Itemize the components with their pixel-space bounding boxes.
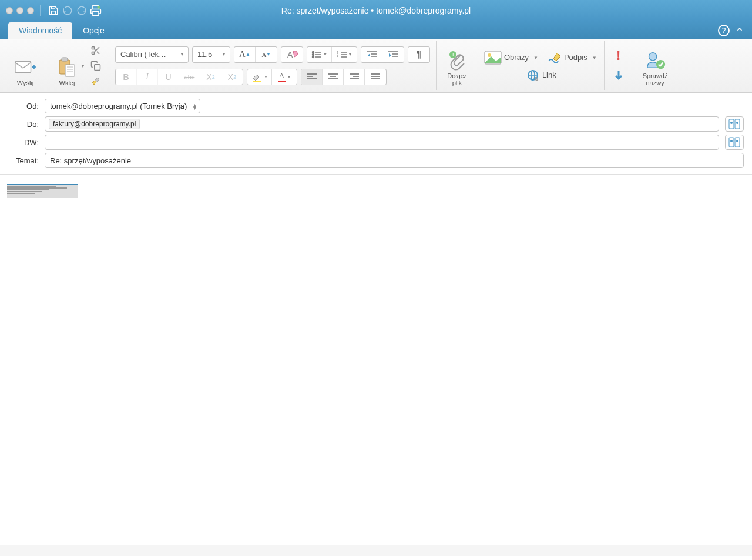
svg-line-12 — [97, 51, 99, 53]
images-button[interactable]: Obrazy ▼ — [484, 51, 539, 65]
svg-point-20 — [313, 56, 314, 58]
send-button[interactable]: Wyślij — [11, 42, 40, 89]
cut-button[interactable] — [89, 43, 103, 58]
svg-point-60 — [730, 122, 733, 124]
ribbon-group-media: Obrazy ▼ Podpis ▼ Link — [478, 41, 605, 90]
attach-file-button[interactable]: + Dołącz plik — [442, 42, 472, 89]
message-header-form: Od: tomek@dobreprogramy.pl (Tomek Bryja)… — [0, 93, 752, 175]
italic-button[interactable]: I — [137, 69, 158, 85]
bullet-list-button[interactable]: ▼ — [307, 47, 332, 62]
zoom-window-button[interactable] — [27, 7, 34, 14]
subscript-button[interactable]: X2 — [200, 69, 221, 85]
svg-point-16 — [313, 51, 314, 53]
subject-input[interactable] — [45, 153, 744, 168]
font-size-combo[interactable]: 11,5 ▼ — [192, 46, 230, 63]
number-list-button[interactable]: 123 ▼ — [332, 47, 357, 62]
subject-label: Temat: — [8, 156, 39, 165]
svg-point-64 — [730, 140, 733, 142]
svg-line-13 — [94, 49, 96, 51]
undo-button[interactable] — [61, 4, 75, 18]
collapse-ribbon-icon[interactable] — [736, 25, 744, 36]
to-field[interactable]: faktury@dobreprogramy.pl — [45, 116, 719, 132]
paste-label: Wklej — [59, 79, 75, 86]
svg-point-61 — [736, 122, 738, 124]
send-label: Wyślij — [17, 79, 34, 86]
from-select[interactable]: tomek@dobreprogramy.pl (Tomek Bryja) ▴▾ — [45, 99, 200, 113]
font-size-value: 11,5 — [197, 50, 212, 59]
svg-text:+: + — [451, 51, 455, 58]
svg-rect-0 — [93, 12, 99, 16]
cc-field[interactable] — [45, 135, 719, 150]
ribbon-tabs: Wiadomość Opcje ? — [0, 21, 752, 39]
svg-point-18 — [313, 53, 314, 55]
format-painter-button[interactable] — [89, 74, 103, 88]
align-right-button[interactable] — [344, 69, 365, 85]
svg-text:A: A — [287, 50, 293, 59]
ribbon-group-names: Sprawdź nazwy — [633, 41, 677, 90]
align-center-button[interactable] — [323, 69, 344, 85]
grow-font-button[interactable]: A▲ — [234, 47, 256, 62]
status-bar — [0, 545, 752, 556]
svg-marker-31 — [368, 53, 370, 57]
align-justify-button[interactable] — [365, 69, 386, 85]
from-label: Od: — [8, 102, 39, 110]
svg-marker-35 — [389, 53, 391, 57]
help-icon[interactable]: ? — [718, 25, 730, 36]
strikethrough-button[interactable]: abc — [179, 69, 200, 85]
close-window-button[interactable] — [6, 7, 13, 14]
svg-point-65 — [736, 140, 738, 142]
font-name-combo[interactable]: Calibri (Tek… ▼ — [115, 46, 189, 63]
window-title: Re: sprzęt/wyposażenie • tomek@dobreprog… — [281, 6, 471, 15]
ribbon-group-send: Wyślij — [5, 41, 46, 90]
low-importance-button[interactable] — [610, 68, 627, 84]
underline-button[interactable]: U — [158, 69, 179, 85]
link-label: Link — [542, 71, 556, 79]
window-controls — [6, 7, 34, 14]
from-value: tomek@dobreprogramy.pl (Tomek Bryja) — [50, 102, 187, 110]
svg-rect-36 — [253, 81, 261, 82]
to-address-book-button[interactable] — [725, 116, 744, 132]
bold-button[interactable]: B — [116, 69, 137, 85]
message-body-editor[interactable] — [0, 175, 752, 545]
signature-label: Podpis — [564, 53, 588, 62]
font-color-button[interactable]: A ▼ — [272, 69, 297, 85]
paste-button[interactable]: Wklej ▼ — [52, 42, 86, 89]
copy-button[interactable] — [89, 59, 103, 73]
svg-point-9 — [92, 46, 95, 49]
attach-label: Dołącz plik — [447, 72, 467, 86]
to-label: Do: — [8, 120, 39, 129]
svg-point-56 — [649, 53, 657, 61]
tab-message[interactable]: Wiadomość — [8, 22, 72, 39]
svg-rect-14 — [95, 64, 100, 70]
svg-point-1 — [98, 6, 100, 9]
svg-text:3: 3 — [337, 55, 338, 59]
quoted-message-preview — [7, 184, 78, 198]
highlight-button[interactable]: ▼ — [247, 69, 272, 85]
check-names-button[interactable]: Sprawdź nazwy — [639, 42, 672, 89]
title-bar: Re: sprzęt/wyposażenie • tomek@dobreprog… — [0, 0, 752, 21]
align-left-button[interactable] — [301, 69, 323, 85]
shrink-font-button[interactable]: A▼ — [256, 47, 277, 62]
svg-point-10 — [92, 52, 95, 55]
svg-rect-2 — [15, 62, 31, 73]
svg-rect-5 — [65, 65, 75, 76]
print-button[interactable] — [89, 4, 103, 18]
save-button[interactable] — [46, 4, 61, 18]
redo-button[interactable] — [75, 4, 89, 18]
minimize-window-button[interactable] — [16, 7, 24, 14]
font-name-value: Calibri (Tek… — [120, 50, 166, 59]
indent-button[interactable] — [382, 47, 404, 62]
tab-options[interactable]: Opcje — [72, 22, 115, 39]
to-recipient-chip[interactable]: faktury@dobreprogramy.pl — [49, 119, 140, 129]
paragraph-button[interactable]: ¶ — [408, 47, 429, 62]
clear-formatting-button[interactable]: A — [281, 47, 303, 62]
cc-address-book-button[interactable] — [725, 135, 744, 150]
link-button[interactable]: Link — [526, 69, 556, 81]
high-importance-button[interactable]: ! — [610, 48, 627, 64]
signature-button[interactable]: Podpis ▼ — [548, 52, 598, 63]
outdent-button[interactable] — [361, 47, 382, 62]
check-names-label: Sprawdź nazwy — [643, 72, 668, 86]
ribbon-group-insert: + Dołącz plik — [437, 41, 478, 90]
superscript-button[interactable]: X2 — [221, 69, 243, 85]
images-label: Obrazy — [504, 53, 529, 62]
